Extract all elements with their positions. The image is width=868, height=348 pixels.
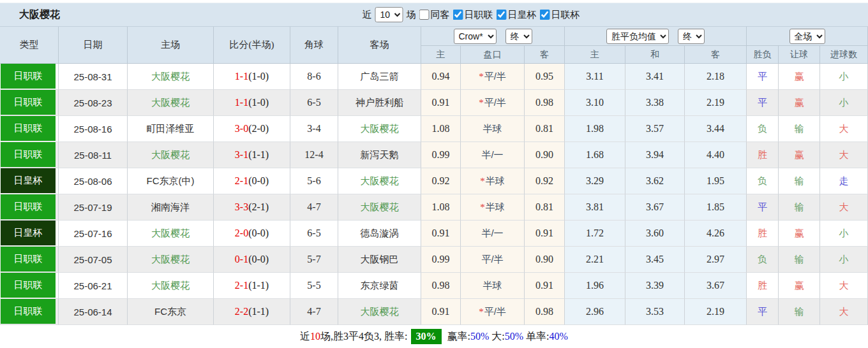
home-team-cell: 町田泽维亚 bbox=[128, 116, 214, 142]
sub-header-europe-away: 客 bbox=[685, 46, 747, 64]
handicap-cell: *平/半 bbox=[461, 64, 525, 90]
goals-result-cell: 大 bbox=[820, 299, 868, 325]
europe-away-odds-cell: 2.19 bbox=[685, 299, 747, 325]
league-emperors-cup-label: 日皇杯 bbox=[508, 9, 537, 21]
asian-home-odds-cell: 1.08 bbox=[421, 116, 461, 142]
result-cell: 胜 bbox=[747, 142, 779, 168]
europe-home-odds-cell: 1.98 bbox=[565, 116, 625, 142]
league-cell: 日皇杯 bbox=[0, 168, 59, 194]
away-team-cell: 东京绿茵 bbox=[338, 273, 421, 299]
date-cell: 25-07-16 bbox=[59, 221, 128, 247]
league-j1-label: 日职联 bbox=[465, 9, 493, 21]
col-header-date: 日期 bbox=[59, 27, 128, 64]
date-cell: 25-08-23 bbox=[59, 90, 128, 116]
home-team-cell: 大阪樱花 bbox=[128, 273, 214, 299]
europe-home-odds-cell: 3.10 bbox=[565, 90, 625, 116]
league-badge: 日职联 bbox=[1, 116, 56, 141]
scope-header: 全场 bbox=[747, 27, 868, 46]
europe-home-odds-cell: 1.96 bbox=[565, 273, 625, 299]
europe-draw-odds-cell: 3.94 bbox=[625, 142, 685, 168]
goals-result-cell: 大 bbox=[820, 194, 868, 221]
handicap-result-cell: 输 bbox=[779, 299, 820, 325]
footer-big-label: 大: bbox=[489, 330, 504, 344]
score-cell: 1-1(1-0) bbox=[214, 64, 290, 90]
home-team-cell: FC东京(中) bbox=[128, 168, 214, 194]
goals-result-cell: 大 bbox=[820, 116, 868, 142]
recent-count-select[interactable]: 10 bbox=[375, 7, 403, 22]
sub-header-let-result: 让球 bbox=[779, 46, 820, 64]
league-emperors-cup-checkbox[interactable] bbox=[497, 10, 507, 20]
score-cell: 1-1(1-0) bbox=[214, 90, 290, 116]
date-cell: 25-08-16 bbox=[59, 116, 128, 142]
date-cell: 25-08-31 bbox=[59, 64, 128, 90]
europe-odds-time-select[interactable]: 终 bbox=[678, 29, 705, 44]
col-header-corner: 角球 bbox=[290, 27, 338, 64]
asian-away-odds-cell: 0.98 bbox=[525, 90, 565, 116]
away-team-cell: 广岛三箭 bbox=[338, 64, 421, 90]
goals-result-cell: 大 bbox=[820, 142, 868, 168]
league-badge: 日皇杯 bbox=[1, 168, 56, 193]
date-cell: 25-08-06 bbox=[59, 168, 128, 194]
league-cell: 日职联 bbox=[0, 273, 59, 299]
asian-home-odds-cell: 0.94 bbox=[421, 64, 461, 90]
win-rate-badge: 30% bbox=[411, 329, 442, 344]
europe-home-odds-cell: 2.21 bbox=[565, 247, 625, 273]
europe-away-odds-cell: 2.18 bbox=[685, 64, 747, 90]
europe-away-odds-cell: 1.85 bbox=[685, 194, 747, 221]
europe-draw-odds-cell: 3.60 bbox=[625, 221, 685, 247]
asian-away-odds-cell: 0.91 bbox=[525, 273, 565, 299]
league-league-cup-label: 日联杯 bbox=[551, 9, 580, 21]
away-team-cell: 大阪樱花 bbox=[338, 116, 421, 142]
score-cell: 3-1(1-1) bbox=[214, 142, 290, 168]
home-team-cell: 大阪樱花 bbox=[128, 142, 214, 168]
result-cell: 负 bbox=[747, 168, 779, 194]
home-team-cell: 大阪樱花 bbox=[128, 247, 214, 273]
odds-company-select[interactable]: Crow* bbox=[454, 29, 497, 44]
corner-cell: 6-5 bbox=[290, 90, 338, 116]
europe-draw-odds-cell: 3.62 bbox=[625, 168, 685, 194]
sub-header-result: 胜负 bbox=[747, 46, 779, 64]
same-away-checkbox[interactable] bbox=[419, 10, 430, 20]
away-team-cell: 大阪樱花 bbox=[338, 168, 421, 194]
asian-odds-header: Crow* 终 bbox=[421, 27, 565, 46]
asian-away-odds-cell: 0.81 bbox=[525, 116, 565, 142]
league-badge: 日职联 bbox=[1, 142, 56, 167]
league-cell: 日职联 bbox=[0, 64, 59, 90]
footer-win-pct: 50% bbox=[470, 331, 489, 342]
result-cell: 平 bbox=[747, 299, 779, 325]
asian-home-odds-cell: 1.08 bbox=[421, 194, 461, 221]
score-cell: 3-3(2-1) bbox=[214, 194, 290, 221]
col-header-home: 主场 bbox=[128, 27, 214, 64]
corner-cell: 4-7 bbox=[290, 194, 338, 221]
result-cell: 平 bbox=[747, 194, 779, 221]
sub-header-asian-away: 客 bbox=[525, 46, 565, 64]
europe-home-odds-cell: 3.81 bbox=[565, 194, 625, 221]
handicap-cell: 半球 bbox=[461, 273, 525, 299]
date-cell: 25-06-14 bbox=[59, 299, 128, 325]
title-bar: 大阪樱花 近 10 场 同客 日职联 日皇杯 日联杯 bbox=[0, 3, 868, 27]
goals-result-cell: 小 bbox=[820, 221, 868, 247]
asian-away-odds-cell: 0.92 bbox=[525, 168, 565, 194]
europe-away-odds-cell: 2.19 bbox=[685, 90, 747, 116]
goals-result-cell: 走 bbox=[820, 168, 868, 194]
score-cell: 0-1(0-0) bbox=[214, 247, 290, 273]
corner-cell: 5-7 bbox=[290, 247, 338, 273]
away-team-cell: 大阪樱花 bbox=[338, 194, 421, 221]
corner-cell: 5-5 bbox=[290, 273, 338, 299]
league-cell: 日职联 bbox=[0, 116, 59, 142]
handicap-result-cell: 赢 bbox=[779, 90, 820, 116]
asian-odds-time-select[interactable]: 终 bbox=[505, 29, 532, 44]
handicap-result-cell: 赢 bbox=[779, 142, 820, 168]
scope-select[interactable]: 全场 bbox=[789, 29, 825, 44]
league-league-cup-checkbox[interactable] bbox=[540, 10, 550, 20]
league-cell: 日职联 bbox=[0, 194, 59, 221]
handicap-cell: 半/一 bbox=[461, 221, 525, 247]
league-j1-checkbox[interactable] bbox=[453, 10, 463, 20]
asian-away-odds-cell: 0.81 bbox=[525, 194, 565, 221]
handicap-cell: *半球 bbox=[461, 194, 525, 221]
asian-away-odds-cell: 0.90 bbox=[525, 142, 565, 168]
asian-home-odds-cell: 0.91 bbox=[421, 299, 461, 325]
europe-odds-select[interactable]: 胜平负均值 bbox=[606, 29, 669, 44]
asian-away-odds-cell: 0.91 bbox=[525, 221, 565, 247]
asian-home-odds-cell: 0.99 bbox=[421, 247, 461, 273]
